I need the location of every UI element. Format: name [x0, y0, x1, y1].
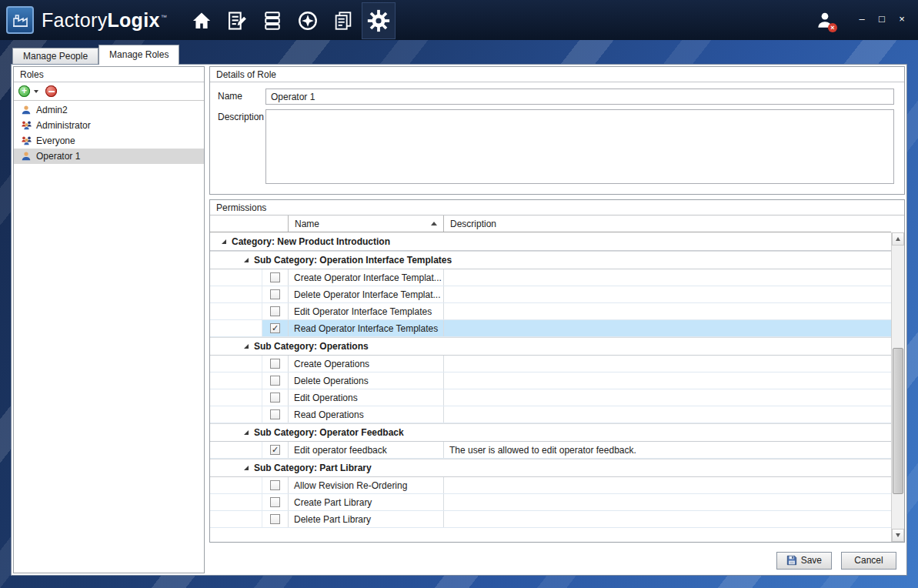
user-account-icon[interactable]: ×: [812, 8, 838, 32]
compass-icon[interactable]: [291, 2, 325, 39]
edit-form-icon[interactable]: [220, 2, 254, 39]
collapse-expander-icon[interactable]: [222, 239, 226, 244]
roles-panel-title: Roles: [14, 67, 204, 82]
user-icon: [20, 150, 32, 162]
role-tree-item[interactable]: Everyone: [14, 133, 204, 149]
save-button-label: Save: [801, 555, 822, 566]
permission-checkbox[interactable]: [270, 272, 280, 282]
maximize-button[interactable]: □: [873, 12, 890, 28]
permission-row[interactable]: Edit Operations: [210, 389, 891, 406]
role-name-input[interactable]: [265, 89, 894, 105]
permissions-rows: Category: New Product Introduction Sub C…: [210, 232, 891, 542]
permission-checkbox[interactable]: [270, 289, 280, 299]
permission-row[interactable]: Create Part Library: [210, 494, 891, 511]
permission-checkbox[interactable]: [270, 376, 280, 386]
permission-checkbox[interactable]: [270, 445, 280, 455]
collapse-expander-icon[interactable]: [244, 344, 249, 349]
permission-checkbox[interactable]: [270, 480, 280, 490]
role-tree-item[interactable]: Administrator: [14, 118, 204, 133]
scroll-down-icon: [896, 533, 900, 537]
titlebar-right-controls: × – □ ×: [812, 8, 910, 32]
permission-name: Edit Operator Interface Templates: [289, 303, 444, 319]
application-window: FactoryLogix™: [0, 0, 918, 588]
permission-row[interactable]: Delete Operator Interface Templat...: [210, 286, 891, 303]
permission-checkbox[interactable]: [270, 497, 280, 507]
permission-checkbox[interactable]: [270, 359, 280, 369]
permissions-group-row[interactable]: Sub Category: Operations: [210, 337, 891, 356]
permissions-group-row[interactable]: Sub Category: Operation Interface Templa…: [210, 251, 891, 269]
collapse-expander-icon[interactable]: [244, 466, 249, 470]
user-logout-badge-icon: ×: [828, 23, 837, 32]
group-label: Sub Category: Operation Interface Templa…: [254, 255, 452, 266]
documents-icon[interactable]: [326, 2, 360, 39]
permission-name: Read Operator Interface Templates: [289, 320, 444, 336]
column-header-name[interactable]: Name: [289, 215, 444, 232]
permission-row[interactable]: Delete Part Library: [210, 511, 891, 528]
home-icon[interactable]: [185, 2, 219, 39]
column-header-description[interactable]: Description: [444, 215, 891, 232]
permission-row[interactable]: Edit Operator Interface Templates: [210, 303, 891, 320]
group-label: Sub Category: Operator Feedback: [254, 427, 404, 438]
permission-checkbox[interactable]: [270, 409, 280, 419]
permission-row-indent: [210, 373, 262, 389]
scroll-up-button[interactable]: [892, 232, 904, 246]
gear-icon[interactable]: [362, 2, 396, 39]
permission-description: [444, 320, 891, 336]
permissions-group-row[interactable]: Category: New Product Introduction: [210, 232, 891, 251]
permission-checkbox[interactable]: [270, 306, 280, 316]
permissions-group-row[interactable]: Sub Category: Operator Feedback: [210, 423, 891, 442]
permission-row[interactable]: Edit operator feedback The user is allow…: [210, 442, 891, 459]
permission-row[interactable]: Create Operations: [210, 356, 891, 373]
group-label: Sub Category: Part Library: [254, 463, 372, 473]
users-group-icon: [20, 135, 32, 147]
scrollbar-track[interactable]: [892, 246, 904, 529]
permissions-group-row[interactable]: Sub Category: Part Library: [210, 459, 891, 477]
remove-role-button[interactable]: [45, 85, 57, 97]
permission-name: Delete Part Library: [289, 511, 444, 527]
role-description-input[interactable]: [265, 109, 894, 184]
permission-checkbox-cell: [262, 373, 289, 389]
add-role-button[interactable]: +: [18, 85, 30, 97]
permission-description: The user is allowed to edit operator fee…: [444, 442, 891, 458]
cancel-button-label: Cancel: [854, 555, 883, 566]
permission-checkbox-cell: [262, 286, 289, 302]
permission-row[interactable]: Read Operator Interface Templates: [210, 320, 891, 337]
paper-stack-icon[interactable]: [255, 2, 289, 39]
cancel-button[interactable]: Cancel: [841, 552, 896, 570]
permission-checkbox-cell: [262, 303, 289, 319]
tab-manage-people[interactable]: Manage People: [12, 48, 98, 64]
close-button[interactable]: ×: [893, 12, 910, 28]
permission-row[interactable]: Allow Revision Re-Ordering: [210, 477, 891, 494]
role-editor-column: Details of Role Name Description Permiss…: [209, 66, 905, 573]
permission-name: Allow Revision Re-Ordering: [289, 477, 444, 493]
permissions-scrollbar[interactable]: [891, 232, 904, 542]
permission-checkbox[interactable]: [270, 514, 280, 524]
minimize-button[interactable]: –: [853, 12, 870, 28]
scroll-down-button[interactable]: [892, 529, 904, 542]
collapse-expander-icon[interactable]: [244, 258, 249, 262]
permission-row[interactable]: Create Operator Interface Templat...: [210, 269, 891, 286]
role-tree-item[interactable]: Admin2: [14, 102, 204, 118]
app-brand: FactoryLogix™: [42, 9, 167, 32]
add-role-dropdown-icon[interactable]: [34, 90, 38, 93]
permission-checkbox[interactable]: [270, 393, 280, 403]
permission-checkbox-cell: [262, 320, 289, 336]
permission-checkbox[interactable]: [270, 323, 280, 333]
scrollbar-thumb[interactable]: [893, 348, 903, 494]
permission-name: Create Operations: [289, 356, 444, 372]
name-label: Name: [218, 89, 265, 105]
main-navigation: [184, 0, 396, 40]
scroll-up-icon: [896, 237, 900, 241]
collapse-expander-icon[interactable]: [244, 430, 249, 435]
permission-description: [444, 373, 891, 389]
users-group-icon: [20, 119, 32, 132]
tab-manage-roles[interactable]: Manage Roles: [98, 45, 179, 64]
permission-row[interactable]: Read Operations: [210, 406, 891, 423]
save-button[interactable]: Save: [776, 552, 832, 570]
role-tree-item[interactable]: Operator 1: [14, 149, 204, 164]
permission-row-indent: [210, 269, 262, 286]
permission-row[interactable]: Delete Operations: [210, 373, 891, 389]
permission-name: Create Operator Interface Templat...: [289, 269, 444, 286]
save-floppy-icon: [786, 555, 797, 566]
permission-description: [444, 406, 891, 423]
